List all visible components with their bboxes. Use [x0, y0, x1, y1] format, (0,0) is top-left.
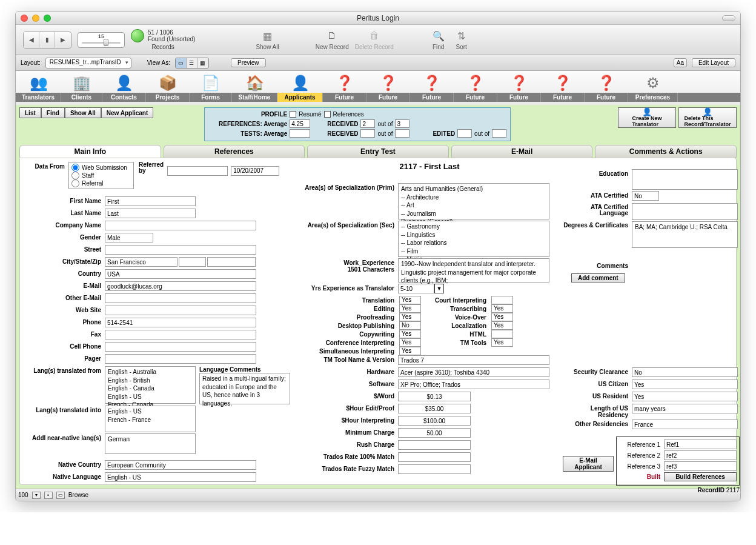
tab-comments-actions[interactable]: Comments & Actions	[595, 145, 737, 158]
resume-checkbox[interactable]	[290, 111, 296, 118]
future4-icon[interactable]: ❓	[466, 73, 485, 93]
new-applicant-button[interactable]: New Applicant	[101, 107, 154, 118]
editing-field[interactable]: Yes	[399, 304, 421, 313]
module-future1[interactable]: Future	[323, 93, 366, 102]
education-box[interactable]	[632, 169, 738, 190]
future3-icon[interactable]: ❓	[423, 73, 441, 93]
toolbar-toggle[interactable]	[722, 15, 735, 21]
sw-field[interactable]	[398, 379, 549, 389]
tab-email[interactable]: E-Mail	[451, 145, 593, 158]
ref2-field[interactable]	[664, 450, 737, 460]
zoom-down-icon[interactable]: ▾	[32, 492, 41, 499]
received2-total[interactable]	[395, 129, 409, 138]
status-icon-2[interactable]: ▭	[56, 492, 65, 499]
layout-select[interactable]: RESUMES_tr...mpTransID	[45, 58, 131, 69]
clients-icon[interactable]: 🏢	[73, 73, 91, 93]
website-field[interactable]	[105, 306, 256, 315]
module-translators[interactable]: Translators	[16, 93, 61, 102]
future5-icon[interactable]: ❓	[510, 73, 528, 93]
create-translator-button[interactable]: 👤Create New Translator	[618, 107, 676, 128]
module-projects[interactable]: Projects	[146, 93, 190, 102]
lang-comments-box[interactable]: Raised in a multi-lingual family; educat…	[199, 373, 290, 404]
addl-langs-box[interactable]: German	[105, 433, 196, 454]
build-references-button[interactable]: Build References	[664, 472, 737, 481]
add-comment-button[interactable]: Add comment	[571, 273, 625, 283]
zoom-level[interactable]: 100	[18, 492, 28, 498]
tab-references[interactable]: References	[164, 145, 305, 158]
company-field[interactable]	[105, 221, 256, 230]
ref1-field[interactable]	[664, 440, 737, 449]
spec-sec-list[interactable]: -- Gastronomy -- Linguistics -- Labor re…	[398, 221, 549, 257]
view-list-icon[interactable]: ☰	[187, 58, 197, 68]
spec-prim-list[interactable]: Arts and Humanities (General) -- Archite…	[398, 183, 549, 219]
transcribing-field[interactable]: Yes	[491, 304, 513, 313]
record-flip-button[interactable]: ▮	[39, 32, 55, 48]
preferences-icon[interactable]: ⚙	[646, 73, 660, 93]
tradosfuzzy-field[interactable]	[398, 464, 471, 474]
ref-avg-value[interactable]	[290, 119, 310, 128]
applicants-icon[interactable]: 👤	[291, 73, 310, 93]
future2-icon[interactable]: ❓	[379, 73, 397, 93]
find-button-2[interactable]: Find	[41, 107, 65, 118]
tests-avg-value[interactable]	[290, 129, 310, 138]
trados100-field[interactable]	[398, 452, 471, 462]
future7-icon[interactable]: ❓	[597, 73, 615, 93]
translation-field[interactable]: Yes	[399, 296, 421, 304]
record-slider[interactable]: 15	[78, 32, 125, 48]
tab-main-info[interactable]: Main Info	[19, 145, 161, 158]
references-checkbox[interactable]	[324, 111, 331, 118]
edited-value[interactable]	[457, 129, 472, 138]
text-style-button[interactable]: Aa	[674, 58, 687, 67]
tmname-field[interactable]	[398, 355, 549, 365]
next-record-button[interactable]: ▶	[55, 32, 71, 48]
module-forms[interactable]: Forms	[190, 93, 232, 102]
state-field[interactable]	[179, 257, 206, 267]
work-exp-box[interactable]: 1990--Now Independent translator and int…	[398, 258, 549, 283]
localization-field[interactable]: Yes	[491, 321, 513, 330]
us-resident-field[interactable]	[632, 392, 738, 401]
last-name-field[interactable]	[105, 209, 196, 218]
show-all-button[interactable]: ▦Show All	[256, 29, 279, 50]
rate-int-field[interactable]	[398, 416, 471, 426]
zip-field[interactable]	[207, 257, 256, 267]
module-future6[interactable]: Future	[541, 93, 585, 102]
show-all-button-2[interactable]: Show All	[65, 107, 101, 118]
proof-field[interactable]: Yes	[399, 313, 421, 321]
langs-into-list[interactable]: English - US French - France	[105, 406, 196, 432]
other-email-field[interactable]	[105, 293, 256, 303]
gender-field[interactable]	[105, 233, 153, 242]
status-icon-1[interactable]: ▪	[44, 492, 53, 499]
langs-from-list[interactable]: English - Australia English - British En…	[105, 366, 196, 404]
module-clients[interactable]: Clients	[61, 93, 102, 102]
min-charge-field[interactable]	[398, 428, 471, 438]
module-future4[interactable]: Future	[454, 93, 497, 102]
future1-icon[interactable]: ❓	[336, 73, 354, 93]
edit-layout-button[interactable]: Edit Layout	[692, 58, 735, 67]
dtp-field[interactable]: No	[399, 321, 421, 330]
copy-field[interactable]: Yes	[399, 330, 421, 338]
rush-charge-field[interactable]	[398, 440, 471, 450]
hw-field[interactable]	[398, 367, 549, 377]
email-applicant-button[interactable]: E-Mail Applicant	[563, 456, 614, 472]
yrs-dropdown-icon[interactable]: ▼	[434, 284, 444, 293]
radio-referral[interactable]	[71, 179, 79, 187]
view-form-icon[interactable]: ▭	[176, 58, 187, 68]
street-field[interactable]	[105, 245, 256, 255]
phone-field[interactable]	[105, 318, 256, 327]
other-res-field[interactable]	[632, 420, 738, 429]
rate-word-field[interactable]	[398, 392, 471, 401]
translators-icon[interactable]: 👥	[30, 73, 48, 93]
tmtools-field[interactable]: Yes	[491, 338, 513, 347]
new-record-button[interactable]: 🗋New Record	[316, 29, 349, 50]
radio-staff[interactable]	[71, 172, 79, 179]
radio-web[interactable]	[71, 164, 79, 172]
country-field[interactable]	[105, 269, 256, 279]
projects-icon[interactable]: 📦	[159, 73, 177, 93]
yrs-exp-value[interactable]	[398, 284, 434, 293]
voiceover-field[interactable]: Yes	[491, 313, 513, 321]
degrees-box[interactable]: BA; MA; Cambridge U.; RSA Celta	[632, 221, 738, 248]
ref3-field[interactable]	[664, 461, 737, 471]
rate-edit-field[interactable]	[398, 404, 471, 413]
module-preferences[interactable]: Preferences	[628, 93, 678, 102]
sort-button[interactable]: ⇅Sort	[453, 29, 470, 50]
